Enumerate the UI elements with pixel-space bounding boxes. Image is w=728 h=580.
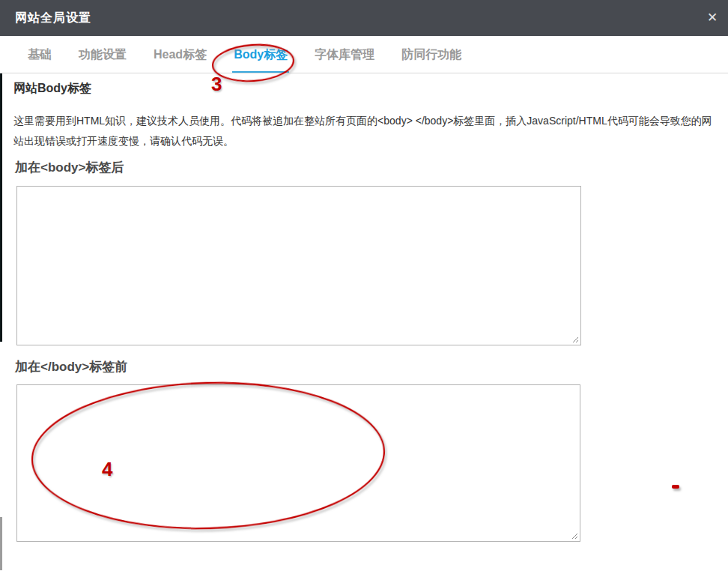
dialog-titlebar: 网站全局设置 ✕ bbox=[0, 0, 728, 36]
before-body-close-label: 加在</body>标签前 bbox=[15, 358, 127, 375]
background-edge-gray bbox=[0, 517, 2, 570]
tabs-bar: 基础 功能设置 Head标签 Body标签 字体库管理 防同行功能 bbox=[0, 36, 728, 73]
page-title: 网站Body标签 bbox=[13, 81, 91, 97]
after-body-textarea[interactable] bbox=[16, 186, 581, 345]
tab-function-settings[interactable]: 功能设置 bbox=[77, 47, 128, 73]
annotation-red-dash bbox=[672, 485, 679, 489]
description-text: 这里需要用到HTML知识，建议技术人员使用。代码将被追加在整站所有页面的<bod… bbox=[13, 111, 722, 151]
after-body-label: 加在<body>标签后 bbox=[15, 159, 124, 176]
tab-list: 基础 功能设置 Head标签 Body标签 字体库管理 防同行功能 bbox=[26, 35, 463, 73]
dialog-title: 网站全局设置 bbox=[15, 0, 91, 36]
tab-body-tags[interactable]: Body标签 bbox=[232, 47, 289, 73]
tab-basic[interactable]: 基础 bbox=[26, 47, 53, 73]
background-edge-dark bbox=[0, 36, 2, 342]
tab-font-library[interactable]: 字体库管理 bbox=[313, 47, 376, 73]
tab-anti-peer[interactable]: 防同行功能 bbox=[400, 47, 463, 73]
tab-head-tags[interactable]: Head标签 bbox=[152, 47, 208, 73]
annotation-step-3: 3 bbox=[211, 73, 222, 96]
before-body-close-textarea[interactable] bbox=[16, 384, 580, 542]
close-icon[interactable]: ✕ bbox=[704, 10, 721, 26]
